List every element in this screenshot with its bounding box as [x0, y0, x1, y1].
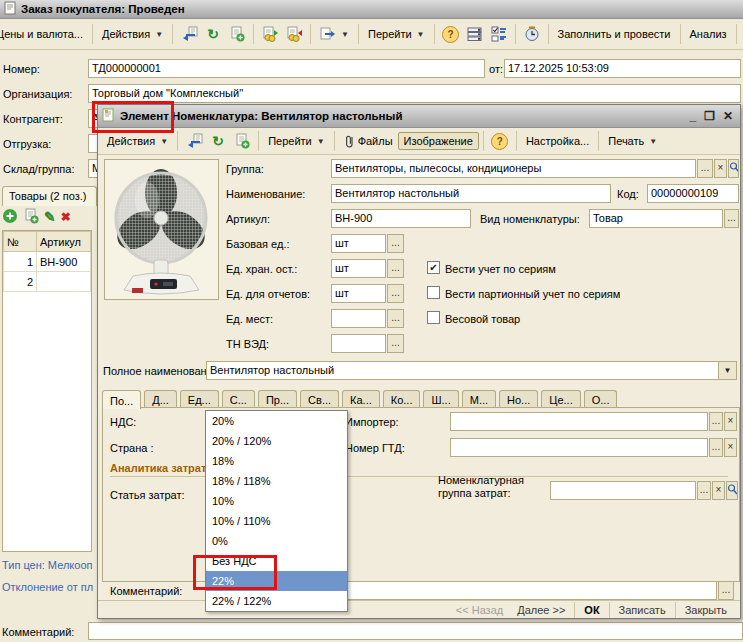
- window-titlebar[interactable]: Заказ покупателя: Проведен: [0, 0, 743, 19]
- refresh-button[interactable]: ↻: [201, 23, 225, 45]
- delete-row-button[interactable]: ✖: [61, 211, 71, 223]
- close-button[interactable]: ✕: [723, 111, 733, 121]
- tab-7[interactable]: Ко...: [383, 390, 421, 408]
- next-button[interactable]: Далее >>: [510, 602, 572, 618]
- analysis-button[interactable]: Анализ: [685, 26, 732, 42]
- actions-menu-button[interactable]: Действия▼: [97, 26, 168, 42]
- full-name-combo[interactable]: Вентилятор настольный ▼: [206, 361, 737, 380]
- group-field[interactable]: Вентиляторы, пылесосы, кондиционеры: [331, 159, 696, 178]
- importer-field[interactable]: [450, 412, 708, 431]
- settings-button[interactable]: Настройка...: [521, 133, 594, 149]
- dialog-comment-select-button[interactable]: ...: [718, 581, 734, 600]
- series-checkbox[interactable]: ✔: [427, 261, 440, 274]
- tab-3[interactable]: С...: [222, 390, 255, 408]
- goods-row-num[interactable]: 2: [4, 272, 37, 292]
- base-unit-field[interactable]: шт: [331, 234, 386, 253]
- places-unit-select-button[interactable]: ...: [387, 309, 404, 328]
- dialog-go-menu-button[interactable]: Перейти▼: [263, 133, 330, 149]
- weight-checkbox[interactable]: [427, 311, 440, 324]
- save-record-button[interactable]: [177, 23, 201, 45]
- tab-1[interactable]: Д...: [144, 390, 177, 408]
- dialog-copy-button[interactable]: [230, 130, 254, 152]
- go-menu-button[interactable]: Перейти▼: [363, 26, 430, 42]
- group-clear-button[interactable]: ×: [714, 159, 727, 178]
- tab-12[interactable]: О...: [584, 390, 618, 408]
- image-button[interactable]: Изображение: [398, 132, 479, 150]
- dialog-actions-menu-button[interactable]: Действия▼: [102, 133, 173, 149]
- dialog-refresh-button[interactable]: ↻: [206, 130, 230, 152]
- ok-button[interactable]: ОК: [577, 602, 606, 618]
- goods-row-num[interactable]: 1: [4, 252, 37, 272]
- report-unit-field[interactable]: шт: [331, 284, 386, 303]
- goods-row-sku[interactable]: ВН-900: [37, 252, 91, 272]
- tab-11[interactable]: Це...: [541, 390, 580, 408]
- group-select-button[interactable]: ...: [697, 159, 713, 178]
- dialog-help-button[interactable]: ?: [488, 130, 512, 152]
- files-button[interactable]: Файлы: [339, 132, 398, 151]
- code-field[interactable]: 00000000109: [647, 184, 739, 203]
- places-unit-field[interactable]: [331, 309, 386, 328]
- price-type-link[interactable]: Тип цен: Мелкооп: [2, 559, 96, 571]
- cost-group-select-button[interactable]: ...: [697, 481, 711, 500]
- deviation-link[interactable]: Отклонение от пл: [2, 581, 96, 593]
- gtd-clear-button[interactable]: ×: [724, 438, 737, 457]
- post-document-button[interactable]: [258, 23, 282, 45]
- print-menu-button[interactable]: Печать▼: [603, 133, 662, 149]
- group-search-button[interactable]: [728, 159, 739, 178]
- table-row[interactable]: 2: [4, 272, 91, 292]
- cost-group-field[interactable]: [550, 481, 696, 500]
- vat-option[interactable]: 20%: [206, 411, 347, 431]
- batch-checkbox-label[interactable]: Вести партионный учет по сериям: [445, 288, 620, 300]
- minimize-button[interactable]: _: [689, 111, 696, 121]
- tab-9[interactable]: М...: [462, 390, 496, 408]
- tab-4[interactable]: Пр...: [258, 390, 297, 408]
- close-dialog-button[interactable]: Закрыть: [678, 602, 734, 618]
- goods-col-sku[interactable]: Артикул: [37, 232, 91, 252]
- tab-10[interactable]: Но...: [499, 390, 538, 408]
- goods-col-num[interactable]: №: [4, 232, 37, 252]
- help-button[interactable]: ?: [439, 23, 463, 45]
- batch-checkbox[interactable]: [427, 286, 440, 299]
- vat-option[interactable]: 18%: [206, 451, 347, 471]
- tab-0[interactable]: По...: [102, 390, 141, 409]
- name-field[interactable]: Вентилятор настольный: [331, 184, 611, 203]
- tab-2[interactable]: Ед...: [180, 390, 219, 408]
- vat-option[interactable]: 0%: [206, 531, 347, 551]
- storage-unit-field[interactable]: шт: [331, 259, 386, 278]
- tab-goods[interactable]: Товары (2 поз.): [2, 186, 97, 206]
- importer-select-button[interactable]: ...: [709, 412, 723, 431]
- prices-currency-button[interactable]: Цены и валюта...: [0, 26, 88, 42]
- fill-and-post-button[interactable]: Заполнить и провести: [553, 26, 676, 42]
- vat-option[interactable]: 22% / 122%: [206, 591, 347, 611]
- number-field[interactable]: ТД000000001: [88, 59, 485, 78]
- tnved-select-button[interactable]: ...: [387, 334, 404, 353]
- cost-group-search-button[interactable]: [726, 481, 738, 500]
- structure-button[interactable]: [463, 23, 487, 45]
- combo-arrow-button[interactable]: ▼: [718, 362, 736, 379]
- list-settings-button[interactable]: [487, 23, 511, 45]
- gtd-field[interactable]: [450, 438, 708, 457]
- vat-option-selected[interactable]: 22%: [206, 571, 347, 591]
- goods-row-sku[interactable]: [37, 272, 91, 292]
- storage-unit-select-button[interactable]: ...: [387, 259, 404, 278]
- importer-clear-button[interactable]: ×: [724, 412, 737, 431]
- kind-select-button[interactable]: ...: [724, 209, 739, 228]
- date-field[interactable]: 17.12.2025 10:53:09: [504, 59, 741, 78]
- tab-6[interactable]: Ка...: [342, 390, 380, 408]
- copy-button[interactable]: [225, 23, 249, 45]
- report-unit-select-button[interactable]: ...: [387, 284, 404, 303]
- vat-option[interactable]: 18% / 118%: [206, 471, 347, 491]
- table-row[interactable]: 1 ВН-900: [4, 252, 91, 272]
- output-menu-button[interactable]: ▼: [315, 24, 354, 44]
- gtd-select-button[interactable]: ...: [709, 438, 723, 457]
- edit-row-button[interactable]: ✎: [44, 210, 56, 224]
- maximize-button[interactable]: ❒: [704, 111, 715, 121]
- timer-button[interactable]: [520, 23, 544, 45]
- kind-field[interactable]: Товар: [589, 209, 723, 228]
- series-checkbox-label[interactable]: Вести учет по сериям: [445, 263, 556, 275]
- dialog-save-record-button[interactable]: [182, 130, 206, 152]
- copy-row-button[interactable]: [23, 208, 39, 226]
- goods-table[interactable]: № Артикул 1 ВН-900 2: [2, 230, 92, 552]
- vat-option[interactable]: 20% / 120%: [206, 431, 347, 451]
- weight-checkbox-label[interactable]: Весовой товар: [445, 313, 520, 325]
